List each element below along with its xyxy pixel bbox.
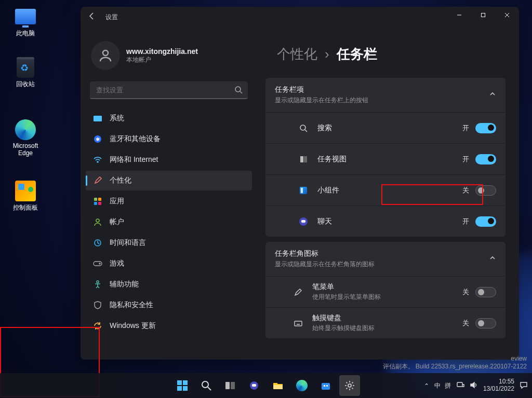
svg-rect-23 <box>183 386 188 391</box>
taskbar-taskview[interactable] <box>220 375 241 396</box>
taskbar-store[interactable] <box>315 375 336 396</box>
svg-rect-33 <box>457 382 462 387</box>
nav-label: 网络和 Internet <box>110 155 158 164</box>
svg-point-8 <box>96 219 99 222</box>
tray-chevron-icon[interactable]: ⌄ <box>424 382 429 389</box>
search-input[interactable] <box>90 81 248 99</box>
nav-system[interactable]: 系统 <box>86 108 252 128</box>
accessibility-icon <box>93 280 102 289</box>
toggle-chat[interactable] <box>475 216 496 227</box>
tray-volume-icon[interactable] <box>470 381 478 390</box>
edge-icon <box>296 380 308 391</box>
edge-icon <box>15 119 36 140</box>
row-label: 聊天 <box>317 217 332 226</box>
nav-personalization[interactable]: 个性化 <box>86 171 252 190</box>
brush-icon <box>93 176 102 185</box>
ime-lang[interactable]: 中 <box>434 381 441 390</box>
taskbar-settings[interactable] <box>339 375 360 396</box>
clock-time: 10:55 <box>483 378 514 386</box>
nav-label: 时间和语言 <box>110 238 146 248</box>
svg-line-14 <box>305 130 307 132</box>
desktop-icon-recycle[interactable]: 回收站 <box>7 57 44 89</box>
nav-gaming[interactable]: 游戏 <box>86 254 252 273</box>
chat-icon <box>250 381 258 390</box>
search-icon <box>234 86 243 96</box>
sidebar: www.xitongzhijia.net 本地帐户 系统 ✱蓝牙和其他设备 网络… <box>81 7 257 360</box>
breadcrumb-parent[interactable]: 个性化 <box>277 45 317 63</box>
nav-apps[interactable]: 应用 <box>86 191 252 211</box>
annotation-box <box>381 184 483 205</box>
taskview-icon <box>297 156 310 162</box>
ime-mode[interactable]: 拼 <box>445 381 451 390</box>
toggle-touchkb[interactable] <box>475 318 496 328</box>
chevron-up-icon <box>489 254 496 264</box>
nav-update[interactable]: Windows 更新 <box>86 316 252 336</box>
nav-network[interactable]: 网络和 Internet <box>86 150 252 170</box>
tray-network-icon[interactable] <box>456 381 464 390</box>
svg-rect-1 <box>482 13 485 17</box>
taskbar-search[interactable] <box>196 375 217 396</box>
svg-rect-30 <box>324 385 325 387</box>
system-icon <box>94 116 102 121</box>
panel-subtitle: 显示或隐藏显示在任务栏上的按钮 <box>275 96 368 105</box>
keyboard-icon <box>291 319 305 328</box>
nav-accessibility[interactable]: 辅助功能 <box>86 275 252 294</box>
desktop-icon-pc[interactable]: 此电脑 <box>7 6 44 38</box>
svg-point-24 <box>202 381 208 388</box>
panel-taskbar-items: 任务栏项 显示或隐藏显示在任务栏上的按钮 搜索 开 任务视图 开 <box>265 78 506 237</box>
nav-privacy[interactable]: 隐私和安全性 <box>86 295 252 315</box>
nav-time[interactable]: 时间和语言 <box>86 233 252 253</box>
taskbar-chat[interactable] <box>244 375 264 396</box>
desktop-icon-label: 控制面板 <box>7 203 44 212</box>
tray-clock[interactable]: 10:55 13/01/2022 <box>483 378 514 393</box>
row-label: 小组件 <box>317 186 339 195</box>
panel-header[interactable]: 任务栏角图标 显示或隐藏显示在任务栏角落的图标 <box>265 242 506 276</box>
desktop-icon-label: Microsoft Edge <box>7 142 44 157</box>
row-chat: 聊天 开 <box>265 205 506 237</box>
svg-rect-22 <box>177 386 182 391</box>
account-icon <box>93 217 102 227</box>
svg-point-32 <box>348 384 351 387</box>
nav-accounts[interactable]: 帐户 <box>86 212 252 232</box>
breadcrumb: 个性化 › 任务栏 <box>277 45 506 63</box>
nav-bluetooth[interactable]: ✱蓝牙和其他设备 <box>86 129 252 149</box>
taskbar-edge[interactable] <box>291 375 312 396</box>
panel-header[interactable]: 任务栏项 显示或隐藏显示在任务栏上的按钮 <box>265 78 506 112</box>
panel-subtitle: 显示或隐藏显示在任务栏角落的图标 <box>275 260 375 269</box>
row-search: 搜索 开 <box>265 112 506 143</box>
desktop-icon-edge[interactable]: Microsoft Edge <box>7 119 44 157</box>
shield-icon <box>93 300 102 310</box>
svg-rect-15 <box>295 321 302 326</box>
back-button[interactable] <box>88 12 96 22</box>
toggle-pen[interactable] <box>475 287 496 297</box>
user-block[interactable]: www.xitongzhijia.net 本地帐户 <box>86 36 252 81</box>
desktop-icon-cpanel[interactable]: 控制面板 <box>7 181 44 212</box>
chevron-right-icon: › <box>325 46 329 62</box>
panel-title: 任务栏角图标 <box>275 249 375 258</box>
svg-rect-21 <box>183 380 188 385</box>
toggle-search[interactable] <box>475 123 496 133</box>
svg-line-25 <box>208 387 211 390</box>
avatar-icon <box>91 41 120 70</box>
start-button[interactable] <box>172 375 193 396</box>
toggle-taskview[interactable] <box>475 154 496 164</box>
user-subtitle: 本地帐户 <box>126 56 198 64</box>
svg-point-4 <box>103 50 108 56</box>
svg-rect-27 <box>231 382 235 389</box>
panel-corner-icons: 任务栏角图标 显示或隐藏显示在任务栏角落的图标 笔菜单使用笔时显示笔菜单图标 关… <box>265 242 506 338</box>
taskbar-explorer[interactable] <box>268 375 288 396</box>
maximize-button[interactable] <box>471 7 495 23</box>
wifi-icon <box>93 155 102 164</box>
desktop-icon-label: 回收站 <box>7 80 44 89</box>
toggle-state: 关 <box>462 287 469 297</box>
svg-rect-31 <box>326 385 328 387</box>
pen-icon <box>291 287 305 297</box>
svg-point-12 <box>97 281 99 283</box>
minimize-button[interactable] <box>447 7 471 23</box>
bluetooth-icon: ✱ <box>94 135 101 143</box>
nav-label: 应用 <box>110 197 124 206</box>
toggle-state: 开 <box>462 155 469 164</box>
tray-notifications-icon[interactable] <box>520 381 528 391</box>
close-button[interactable] <box>495 7 519 23</box>
row-touchkb: 触摸键盘始终显示触摸键盘图标 关 <box>265 307 506 338</box>
